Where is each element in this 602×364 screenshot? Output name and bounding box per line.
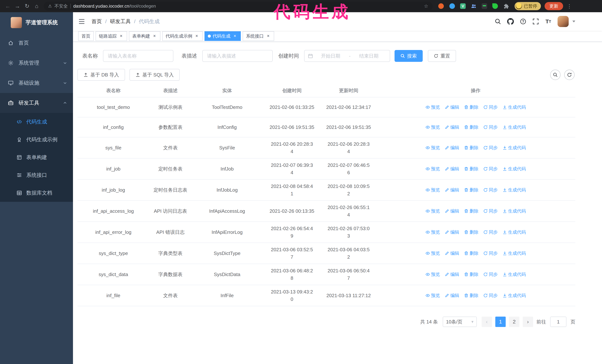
- sync-link[interactable]: 同步: [483, 104, 498, 111]
- generate-code-link[interactable]: 生成代码: [503, 250, 526, 257]
- tab-close-icon[interactable]: ×: [232, 33, 237, 39]
- address-bar[interactable]: ⚠ 不安全 dashboard.yudao.iocoder.cn/tool/co…: [44, 2, 433, 10]
- import-sql-button[interactable]: 基于 SQL 导入: [129, 69, 180, 81]
- sidebar-item-system-api[interactable]: 系统接口: [0, 166, 73, 184]
- tab-close-icon[interactable]: ×: [194, 33, 199, 39]
- delete-link[interactable]: 删除: [464, 124, 478, 131]
- browser-update-button[interactable]: 更新: [545, 2, 563, 10]
- sync-link[interactable]: 同步: [483, 186, 498, 194]
- preview-eye-link[interactable]: 预览: [425, 124, 440, 131]
- chevron-down-icon[interactable]: [572, 21, 575, 22]
- delete-link[interactable]: 删除: [464, 207, 478, 215]
- sync-link[interactable]: 同步: [483, 250, 498, 257]
- sync-link[interactable]: 同步: [483, 229, 498, 236]
- edit-link[interactable]: 编辑: [445, 124, 459, 131]
- delete-link[interactable]: 删除: [464, 186, 478, 194]
- breadcrumb-dev-tools[interactable]: 研发工具: [110, 18, 131, 25]
- preview-eye-link[interactable]: 预览: [425, 250, 440, 257]
- next-page-button[interactable]: ›: [523, 317, 533, 327]
- tab-close-icon[interactable]: ×: [266, 33, 271, 39]
- sidebar-logo[interactable]: 芋道管理系统: [0, 12, 73, 33]
- sidebar-item-infrastructure[interactable]: 基础设施: [0, 73, 73, 93]
- preview-eye-link[interactable]: 预览: [425, 229, 440, 236]
- toggle-search-button[interactable]: [550, 70, 560, 80]
- github-icon[interactable]: [507, 18, 514, 25]
- sidebar-item-codegen-example[interactable]: 代码生成示例: [0, 131, 73, 148]
- table-name-input[interactable]: [103, 50, 173, 62]
- reset-button[interactable]: 重置: [428, 50, 456, 62]
- generate-code-link[interactable]: 生成代码: [503, 165, 526, 173]
- preview-eye-link[interactable]: 预览: [425, 207, 440, 215]
- tab-item[interactable]: 首页: [78, 31, 94, 41]
- browser-menu-icon[interactable]: ⋮: [567, 3, 572, 9]
- preview-eye-link[interactable]: 预览: [425, 144, 440, 151]
- edit-link[interactable]: 编辑: [445, 104, 459, 111]
- font-size-icon[interactable]: TT: [545, 18, 552, 25]
- preview-eye-link[interactable]: 预览: [425, 104, 440, 111]
- edit-link[interactable]: 编辑: [445, 165, 459, 173]
- sidebar-item-home[interactable]: 首页: [0, 33, 73, 53]
- sync-link[interactable]: 同步: [483, 124, 498, 131]
- extension-orange-icon[interactable]: [438, 3, 444, 9]
- extension-leaf-icon[interactable]: [492, 3, 498, 9]
- sidebar-item-code-generation[interactable]: 代码生成: [0, 113, 73, 131]
- sidebar-item-dev-tools[interactable]: 研发工具: [0, 93, 73, 113]
- page-size-select[interactable]: 10条/页 ▾: [443, 317, 477, 327]
- sidebar-item-form-builder[interactable]: 表单构建: [0, 148, 73, 166]
- preview-eye-link[interactable]: 预览: [425, 186, 440, 194]
- preview-eye-link[interactable]: 预览: [425, 165, 440, 173]
- help-icon[interactable]: ?: [520, 18, 527, 25]
- extension-vue-icon[interactable]: V: [460, 3, 466, 9]
- sync-link[interactable]: 同步: [483, 207, 498, 215]
- preview-eye-link[interactable]: 预览: [425, 271, 440, 278]
- preview-eye-link[interactable]: 预览: [425, 292, 440, 299]
- back-icon[interactable]: ←: [3, 1, 13, 11]
- tab-item[interactable]: 系统接口×: [243, 31, 274, 41]
- refresh-button[interactable]: [564, 70, 575, 80]
- table-desc-input[interactable]: [202, 50, 273, 62]
- goto-page-input[interactable]: [550, 317, 566, 327]
- bookmark-star-icon[interactable]: ☆: [424, 3, 428, 9]
- import-db-button[interactable]: 基于 DB 导入: [77, 69, 125, 81]
- delete-link[interactable]: 删除: [464, 271, 478, 278]
- delete-link[interactable]: 删除: [464, 292, 478, 299]
- tab-item[interactable]: 表单构建×: [129, 31, 161, 41]
- edit-link[interactable]: 编辑: [445, 271, 459, 278]
- profile-badge[interactable]: 已暂停: [515, 2, 541, 10]
- delete-link[interactable]: 删除: [464, 104, 478, 111]
- delete-link[interactable]: 删除: [464, 229, 478, 236]
- sidebar-item-database-doc[interactable]: 数据库文档: [0, 184, 73, 202]
- generate-code-link[interactable]: 生成代码: [503, 229, 526, 236]
- fullscreen-icon[interactable]: [532, 18, 539, 25]
- tab-close-icon[interactable]: ×: [152, 33, 157, 39]
- reload-icon[interactable]: ↻: [22, 1, 32, 11]
- generate-code-link[interactable]: 生成代码: [503, 292, 526, 299]
- sync-link[interactable]: 同步: [483, 144, 498, 151]
- sidebar-item-system-management[interactable]: 系统管理: [0, 53, 73, 73]
- tab-close-icon[interactable]: ×: [118, 33, 124, 39]
- delete-link[interactable]: 删除: [464, 250, 478, 257]
- generate-code-link[interactable]: 生成代码: [503, 144, 526, 151]
- extension-people-icon[interactable]: [471, 3, 477, 9]
- generate-code-link[interactable]: 生成代码: [503, 104, 526, 111]
- edit-link[interactable]: 编辑: [445, 292, 459, 299]
- extensions-puzzle-icon[interactable]: [503, 3, 509, 9]
- tab-item[interactable]: 代码生成示例×: [162, 31, 203, 41]
- page-button-1[interactable]: 1: [495, 317, 506, 327]
- user-avatar[interactable]: [558, 16, 569, 27]
- edit-link[interactable]: 编辑: [445, 144, 459, 151]
- generate-code-link[interactable]: 生成代码: [503, 207, 526, 215]
- search-button[interactable]: 搜索: [395, 50, 423, 62]
- delete-link[interactable]: 删除: [464, 144, 478, 151]
- sync-link[interactable]: 同步: [483, 292, 498, 299]
- date-range-picker[interactable]: 开始日期 - 结束日期: [304, 50, 390, 62]
- tab-item[interactable]: 代码生成×: [204, 31, 241, 41]
- breadcrumb-home[interactable]: 首页: [92, 18, 102, 25]
- search-icon[interactable]: [494, 18, 501, 25]
- generate-code-link[interactable]: 生成代码: [503, 124, 526, 131]
- page-button-2[interactable]: 2: [509, 317, 519, 327]
- edit-link[interactable]: 编辑: [445, 186, 459, 194]
- delete-link[interactable]: 删除: [464, 165, 478, 173]
- hamburger-icon[interactable]: [78, 19, 85, 24]
- prev-page-button[interactable]: ‹: [482, 317, 492, 327]
